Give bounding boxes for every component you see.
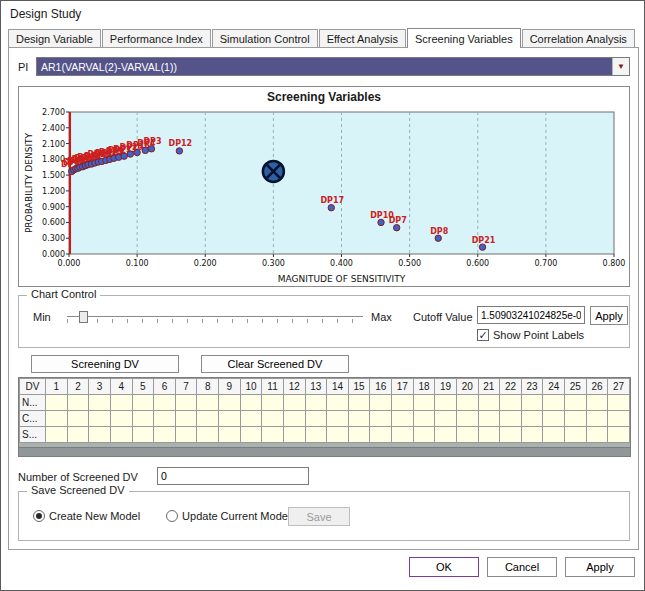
tab-design-variable[interactable]: Design Variable	[8, 29, 101, 47]
table-cell[interactable]	[500, 427, 522, 443]
table-cell[interactable]	[608, 411, 630, 427]
table-cell[interactable]	[456, 427, 478, 443]
cancel-button[interactable]: Cancel	[487, 557, 557, 577]
table-cell[interactable]	[110, 395, 132, 411]
table-cell[interactable]	[586, 427, 608, 443]
table-cell[interactable]	[67, 411, 89, 427]
table-cell[interactable]	[67, 395, 89, 411]
table-cell[interactable]	[197, 411, 219, 427]
table-cell[interactable]	[46, 395, 68, 411]
table-cell[interactable]	[543, 395, 565, 411]
table-cell[interactable]	[348, 427, 370, 443]
table-cell[interactable]	[197, 427, 219, 443]
table-cell[interactable]	[370, 427, 392, 443]
tab-screening-variables[interactable]: Screening Variables	[407, 28, 521, 48]
table-cell[interactable]	[262, 427, 284, 443]
table-cell[interactable]	[175, 395, 197, 411]
table-cell[interactable]	[392, 427, 414, 443]
table-cell[interactable]	[305, 411, 327, 427]
table-cell[interactable]	[305, 395, 327, 411]
table-cell[interactable]	[219, 395, 241, 411]
table-cell[interactable]	[586, 395, 608, 411]
table-cell[interactable]	[67, 427, 89, 443]
table-cell[interactable]	[154, 427, 176, 443]
tab-correlation-analysis[interactable]: Correlation Analysis	[522, 29, 635, 47]
show-point-labels-checkbox[interactable]: ✓ Show Point Labels	[477, 329, 584, 341]
cutoff-apply-button[interactable]: Apply	[590, 306, 628, 325]
table-cell[interactable]	[327, 395, 349, 411]
table-cell[interactable]	[219, 427, 241, 443]
table-cell[interactable]	[175, 427, 197, 443]
table-cell[interactable]	[240, 395, 262, 411]
clear-screened-dv-button[interactable]: Clear Screened DV	[201, 355, 349, 373]
tab-simulation-control[interactable]: Simulation Control	[212, 29, 318, 47]
table-cell[interactable]	[132, 395, 154, 411]
table-cell[interactable]	[262, 395, 284, 411]
table-cell[interactable]	[392, 411, 414, 427]
table-cell[interactable]	[500, 395, 522, 411]
cutoff-value-input[interactable]	[477, 306, 585, 324]
tab-performance-index[interactable]: Performance Index	[102, 29, 211, 47]
tab-effect-analysis[interactable]: Effect Analysis	[319, 29, 406, 47]
table-cell[interactable]	[89, 427, 111, 443]
radio-update-current-model[interactable]: Update Current Model	[166, 510, 290, 522]
table-cell[interactable]	[305, 427, 327, 443]
table-cell[interactable]	[327, 411, 349, 427]
table-cell[interactable]	[262, 411, 284, 427]
table-cell[interactable]	[500, 411, 522, 427]
table-cell[interactable]	[132, 427, 154, 443]
screening-dv-button[interactable]: Screening DV	[31, 355, 179, 373]
table-cell[interactable]	[219, 411, 241, 427]
chevron-down-icon[interactable]: ▼	[612, 58, 629, 75]
table-cell[interactable]	[175, 411, 197, 427]
table-horizontal-scrollbar[interactable]	[19, 447, 630, 456]
table-cell[interactable]	[478, 427, 500, 443]
slider-thumb[interactable]	[79, 311, 88, 323]
radio-create-new-model[interactable]: Create New Model	[33, 510, 140, 522]
pi-combobox[interactable]: AR1(VARVAL(2)-VARVAL(1)) ▼	[36, 57, 630, 76]
selected-point-marker[interactable]	[263, 161, 284, 182]
table-cell[interactable]	[89, 411, 111, 427]
table-cell[interactable]	[478, 395, 500, 411]
table-cell[interactable]	[435, 427, 457, 443]
table-cell[interactable]	[348, 395, 370, 411]
table-cell[interactable]	[327, 427, 349, 443]
table-cell[interactable]	[543, 411, 565, 427]
table-cell[interactable]	[240, 411, 262, 427]
table-cell[interactable]	[283, 395, 305, 411]
table-cell[interactable]	[565, 395, 587, 411]
table-cell[interactable]	[565, 427, 587, 443]
table-cell[interactable]	[413, 395, 435, 411]
table-cell[interactable]	[456, 395, 478, 411]
screening-chart[interactable]: 0.0000.1000.2000.3000.4000.5000.6000.700…	[22, 106, 627, 286]
table-cell[interactable]	[413, 427, 435, 443]
table-cell[interactable]	[110, 411, 132, 427]
table-cell[interactable]	[89, 395, 111, 411]
table-cell[interactable]	[521, 427, 543, 443]
table-cell[interactable]	[608, 395, 630, 411]
table-cell[interactable]	[154, 411, 176, 427]
table-cell[interactable]	[435, 395, 457, 411]
table-cell[interactable]	[370, 395, 392, 411]
table-cell[interactable]	[608, 427, 630, 443]
ok-button[interactable]: OK	[409, 557, 479, 577]
apply-button[interactable]: Apply	[565, 557, 635, 577]
table-cell[interactable]	[456, 411, 478, 427]
table-cell[interactable]	[348, 411, 370, 427]
table-cell[interactable]	[46, 411, 68, 427]
table-cell[interactable]	[413, 411, 435, 427]
table-cell[interactable]	[586, 411, 608, 427]
number-of-screened-dv-input[interactable]	[157, 467, 309, 485]
table-cell[interactable]	[521, 411, 543, 427]
table-cell[interactable]	[521, 395, 543, 411]
table-cell[interactable]	[283, 411, 305, 427]
table-cell[interactable]	[197, 395, 219, 411]
table-cell[interactable]	[392, 395, 414, 411]
table-cell[interactable]	[565, 411, 587, 427]
table-cell[interactable]	[46, 427, 68, 443]
table-cell[interactable]	[478, 411, 500, 427]
table-cell[interactable]	[435, 411, 457, 427]
table-cell[interactable]	[154, 395, 176, 411]
cutoff-slider[interactable]	[67, 309, 363, 325]
table-cell[interactable]	[283, 427, 305, 443]
